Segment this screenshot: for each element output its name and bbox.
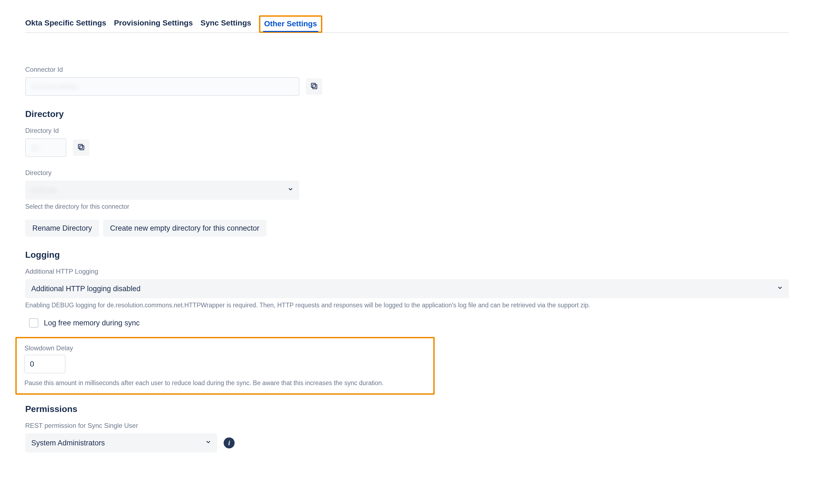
copy-icon (310, 82, 318, 91)
slowdown-delay-highlight: Slowdown Delay Pause this amount in mill… (15, 337, 435, 395)
slowdown-delay-helper-text: Pause this amount in milliseconds after … (24, 379, 426, 387)
permissions-heading: Permissions (25, 404, 789, 414)
chevron-down-icon (205, 439, 211, 447)
directory-helper-text: Select the directory for this connector (25, 203, 789, 210)
rest-permission-value: System Administrators (31, 439, 105, 447)
logging-heading: Logging (25, 250, 789, 260)
tab-other-settings[interactable]: Other Settings (264, 19, 317, 28)
svg-rect-1 (311, 83, 315, 87)
svg-rect-3 (78, 144, 82, 148)
directory-id-label: Directory Id (25, 127, 789, 134)
slowdown-delay-input[interactable] (24, 355, 65, 373)
http-logging-label: Additional HTTP Logging (25, 268, 789, 275)
directory-select-label: Directory (25, 169, 789, 177)
chevron-down-icon (287, 186, 294, 194)
copy-icon (77, 143, 85, 152)
rest-permission-label: REST permission for Sync Single User (25, 422, 789, 429)
tab-sync-settings[interactable]: Sync Settings (200, 16, 251, 32)
tab-provisioning-settings[interactable]: Provisioning Settings (114, 16, 193, 32)
tabs-bar: Okta Specific Settings Provisioning Sett… (25, 15, 789, 33)
create-empty-directory-button[interactable]: Create new empty directory for this conn… (103, 220, 267, 237)
log-free-memory-label: Log free memory during sync (44, 319, 140, 327)
info-icon[interactable]: i (224, 437, 235, 448)
connector-id-input[interactable] (25, 77, 299, 96)
connector-id-label: Connector Id (25, 66, 789, 73)
svg-rect-2 (80, 146, 84, 150)
slowdown-delay-label: Slowdown Delay (24, 344, 426, 352)
log-free-memory-checkbox[interactable] (29, 318, 38, 328)
copy-directory-id-button[interactable] (73, 139, 89, 156)
http-logging-value: Additional HTTP logging disabled (31, 285, 141, 293)
directory-heading: Directory (25, 109, 789, 119)
chevron-down-icon (777, 285, 783, 293)
rename-directory-button[interactable]: Rename Directory (25, 220, 99, 237)
tab-other-settings-highlight: Other Settings (259, 15, 322, 33)
rest-permission-select[interactable]: System Administrators (25, 433, 217, 453)
tab-okta-specific-settings[interactable]: Okta Specific Settings (25, 16, 106, 32)
copy-connector-id-button[interactable] (306, 78, 322, 95)
svg-rect-0 (313, 85, 317, 89)
directory-id-input[interactable] (25, 138, 66, 157)
directory-select-value: ··· ··· ···· (31, 186, 56, 194)
http-logging-helper-text: Enabling DEBUG logging for de.resolution… (25, 302, 789, 309)
directory-select[interactable]: ··· ··· ···· (25, 181, 299, 200)
http-logging-select[interactable]: Additional HTTP logging disabled (25, 279, 789, 298)
